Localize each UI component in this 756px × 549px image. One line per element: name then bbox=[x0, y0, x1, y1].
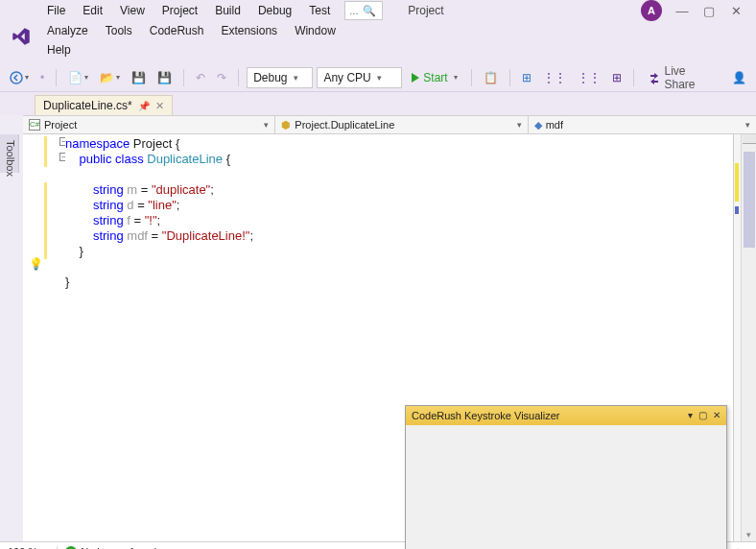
menu-coderush[interactable]: CodeRush bbox=[141, 21, 213, 40]
editor-gutter: − − 💡 bbox=[23, 134, 65, 541]
vertical-scrollbar[interactable]: ▴ ▾ bbox=[741, 134, 756, 541]
menu-edit[interactable]: Edit bbox=[74, 1, 111, 20]
undo-icon[interactable]: ↶ bbox=[192, 69, 209, 86]
menu-project[interactable]: Project bbox=[154, 1, 206, 20]
menu-tools[interactable]: Tools bbox=[97, 21, 141, 40]
zoom-combo[interactable]: 100 %▾ bbox=[8, 546, 47, 550]
back-button[interactable]: ▾ bbox=[6, 69, 33, 86]
tab-label: DuplicateLine.cs* bbox=[43, 99, 132, 112]
play-icon bbox=[412, 73, 419, 83]
floatwin-maximize-icon[interactable]: ▢ bbox=[698, 408, 707, 423]
feedback-icon[interactable]: 👤 bbox=[728, 69, 750, 86]
nav-scope-combo[interactable]: C# Project▾ bbox=[23, 116, 275, 133]
code-nav-bar: C# Project▾ ⬢ Project.DuplicateLine▾ ◆ m… bbox=[23, 115, 756, 134]
redo-icon[interactable]: ↷ bbox=[213, 69, 230, 86]
toolbar-icon-1[interactable]: 📋 bbox=[480, 69, 502, 86]
menu-file[interactable]: File bbox=[38, 1, 74, 20]
search-icon: 🔍 bbox=[363, 5, 376, 17]
nav-class-combo[interactable]: ⬢ Project.DuplicateLine▾ bbox=[275, 116, 528, 133]
floatwin-title: CodeRush Keystroke Visualizer bbox=[412, 408, 559, 423]
document-tab-well: DuplicateLine.cs* 📌 ✕ bbox=[0, 92, 756, 115]
platform-combo[interactable]: Any CPU▾ bbox=[317, 67, 402, 88]
live-share-button[interactable]: Live Share bbox=[642, 64, 724, 91]
solution-name-label: Project bbox=[408, 4, 443, 17]
menu-row-3: Help bbox=[0, 40, 756, 60]
editor-area: Toolbox − − 💡 namespace Project { public… bbox=[0, 134, 756, 541]
lightbulb-icon[interactable]: 💡 bbox=[29, 257, 42, 271]
class-icon: ⬢ bbox=[281, 119, 291, 131]
main-toolbar: ▾ • 📄▾ 📂▾ 💾 💾 ↶ ↷ Debug▾ Any CPU▾ Start▾… bbox=[0, 63, 756, 92]
save-all-icon[interactable]: 💾 bbox=[154, 69, 176, 86]
floatwin-dropdown-icon[interactable]: ▾ bbox=[688, 408, 693, 423]
close-button[interactable]: ✕ bbox=[729, 4, 743, 18]
csharp-icon: C# bbox=[29, 119, 40, 131]
document-tab[interactable]: DuplicateLine.cs* 📌 ✕ bbox=[35, 95, 173, 115]
quick-search[interactable]: 🔍 bbox=[344, 1, 383, 20]
toolbar-icon-3[interactable]: ⋮⋮ bbox=[539, 69, 570, 86]
nav-member-combo[interactable]: ◆ mdf▾ bbox=[529, 116, 756, 133]
svg-point-0 bbox=[11, 72, 22, 84]
user-avatar[interactable]: A bbox=[641, 0, 662, 21]
toolbar-icon-2[interactable]: ⊞ bbox=[518, 69, 535, 86]
solution-config-combo[interactable]: Debug▾ bbox=[247, 67, 313, 88]
toolbox-tab[interactable]: Toolbox bbox=[0, 134, 19, 173]
code-editor[interactable]: namespace Project { public class Duplica… bbox=[65, 134, 733, 541]
issues-indicator[interactable]: ✓ No issues found bbox=[57, 546, 156, 550]
minimize-button[interactable]: — bbox=[675, 4, 689, 18]
open-file-icon[interactable]: 📂▾ bbox=[96, 69, 124, 86]
menu-window[interactable]: Window bbox=[286, 21, 344, 40]
menu-build[interactable]: Build bbox=[206, 1, 249, 20]
ok-icon: ✓ bbox=[65, 546, 77, 550]
menu-view[interactable]: View bbox=[111, 1, 154, 20]
save-icon[interactable]: 💾 bbox=[128, 69, 150, 86]
toolbar-icon-5[interactable]: ⊞ bbox=[608, 69, 626, 86]
new-project-icon[interactable]: 📄▾ bbox=[64, 69, 92, 86]
floatwin-titlebar[interactable]: CodeRush Keystroke Visualizer ▾ ▢ ✕ bbox=[406, 406, 726, 425]
floatwin-close-icon[interactable]: ✕ bbox=[713, 408, 721, 423]
keystroke-visualizer-window[interactable]: CodeRush Keystroke Visualizer ▾ ▢ ✕ bbox=[405, 405, 727, 549]
menu-analyze[interactable]: Analyze bbox=[38, 21, 97, 40]
maximize-button[interactable]: ▢ bbox=[702, 4, 716, 18]
menu-extensions[interactable]: Extensions bbox=[212, 21, 286, 40]
field-icon: ◆ bbox=[534, 119, 542, 131]
menu-row-1: File Edit View Project Build Debug Test … bbox=[0, 0, 756, 21]
menu-test[interactable]: Test bbox=[300, 1, 339, 20]
menu-help[interactable]: Help bbox=[38, 40, 80, 60]
search-input[interactable] bbox=[349, 5, 363, 16]
pin-icon[interactable]: 📌 bbox=[138, 101, 150, 111]
tab-close-icon[interactable]: ✕ bbox=[155, 100, 164, 112]
line-ending-icon[interactable]: ↙ ▾ bbox=[731, 545, 748, 549]
start-debug-button[interactable]: Start▾ bbox=[406, 69, 462, 86]
menu-row-2: Analyze Tools CodeRush Extensions Window bbox=[0, 21, 756, 40]
forward-button[interactable]: • bbox=[36, 69, 48, 86]
split-icon[interactable] bbox=[743, 134, 756, 144]
toolbar-icon-4[interactable]: ⋮⋮ bbox=[574, 69, 604, 86]
vs-logo-icon bbox=[12, 27, 31, 46]
overview-ruler bbox=[733, 134, 741, 541]
menu-debug[interactable]: Debug bbox=[249, 1, 300, 20]
